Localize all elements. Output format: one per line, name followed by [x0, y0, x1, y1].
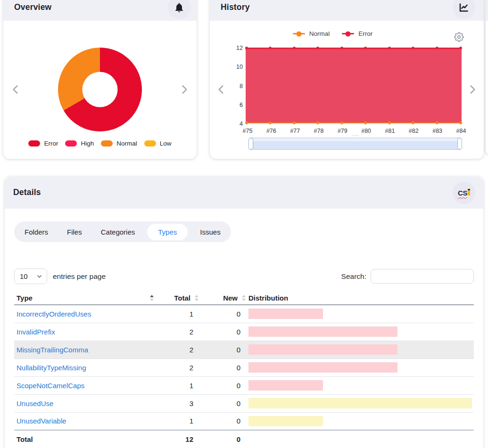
- tab-types[interactable]: Types: [147, 224, 188, 240]
- cell-distribution: [248, 394, 474, 412]
- cell-type: UnusedUse: [14, 394, 156, 412]
- legend-item-low[interactable]: Low: [144, 140, 172, 147]
- notifications-button[interactable]: [168, 0, 190, 19]
- error-data-point: [412, 47, 414, 49]
- tab-folders[interactable]: Folders: [25, 224, 48, 240]
- overview-next-button[interactable]: [178, 83, 190, 96]
- type-link[interactable]: InvalidPrefix: [17, 328, 55, 336]
- distribution-bar: [248, 416, 323, 426]
- type-link[interactable]: ScopeNotCamelCaps: [17, 382, 84, 390]
- cell-total: 1: [156, 305, 200, 323]
- column-header-new[interactable]: New: [200, 291, 248, 305]
- type-link[interactable]: MissingTrailingComma: [17, 346, 88, 354]
- history-legend-item-error[interactable]: Error: [342, 30, 372, 37]
- legend-item-normal[interactable]: Normal: [101, 140, 137, 147]
- table-row: UnusedUse30: [14, 394, 474, 412]
- column-header-type[interactable]: Type: [14, 291, 156, 305]
- cs-logo-text: CS: [458, 189, 470, 197]
- cell-new: 0: [200, 305, 248, 323]
- table-row: InvalidPrefix20: [14, 323, 474, 341]
- overview-title: Overview: [14, 2, 51, 12]
- cell-distribution: [248, 358, 474, 376]
- error-data-point: [364, 47, 367, 49]
- footer-new: 0: [200, 430, 248, 448]
- legend-marker-normal: [293, 33, 305, 34]
- error-data-point: [388, 47, 391, 49]
- cell-total: 2: [156, 358, 200, 376]
- history-next-button[interactable]: [466, 83, 479, 96]
- x-tick-label: #82: [409, 128, 419, 134]
- history-chart-button[interactable]: [453, 0, 475, 19]
- search-input[interactable]: [371, 269, 474, 284]
- legend-item-error[interactable]: Error: [28, 140, 58, 147]
- legend-swatch-low: [144, 140, 156, 147]
- cell-type: NullabilityTypeMissing: [14, 358, 156, 376]
- normal-data-point: [340, 122, 343, 124]
- error-data-point: [340, 47, 343, 49]
- x-tick-label: #83: [432, 128, 442, 134]
- x-tick-label: #75: [243, 128, 253, 134]
- y-tick-label: 12: [236, 45, 243, 51]
- donut-hole: [83, 72, 118, 107]
- cell-total: 2: [156, 341, 200, 358]
- type-link[interactable]: NullabilityTypeMissing: [17, 364, 86, 372]
- overview-card-header: Overview: [3, 0, 197, 21]
- cell-distribution: [248, 341, 474, 358]
- search-label: Search:: [341, 272, 366, 281]
- history-area-chart[interactable]: [246, 48, 462, 124]
- chart-line-icon: [458, 2, 470, 13]
- normal-data-point: [245, 122, 248, 124]
- legend-label: Error: [44, 140, 58, 147]
- history-y-axis: 1210864: [210, 48, 244, 128]
- column-header-total[interactable]: Total: [156, 291, 200, 305]
- tab-issues[interactable]: Issues: [200, 224, 220, 240]
- overview-prev-button[interactable]: [9, 83, 22, 96]
- legend-item-high[interactable]: High: [65, 140, 94, 147]
- table-footer-row: Total 12 0: [14, 430, 474, 448]
- cell-total: 1: [156, 412, 200, 430]
- history-legend-item-normal[interactable]: Normal: [293, 30, 330, 37]
- type-link[interactable]: UnusedVariable: [17, 417, 66, 425]
- severity-donut-chart[interactable]: [58, 48, 142, 131]
- scrollbar-right-handle[interactable]: [457, 138, 462, 149]
- normal-data-point: [364, 122, 367, 124]
- page-size-select[interactable]: 10: [14, 269, 47, 284]
- type-link[interactable]: UnusedUse: [17, 399, 53, 407]
- error-data-point: [293, 47, 296, 49]
- legend-label: High: [81, 140, 94, 147]
- tab-files[interactable]: Files: [67, 224, 82, 240]
- type-link[interactable]: IncorrectlyOrderedUses: [17, 310, 91, 318]
- cell-total: 1: [156, 376, 200, 394]
- pencil-icon: [468, 189, 470, 195]
- normal-data-point: [316, 122, 319, 124]
- error-data-point: [269, 47, 272, 49]
- cell-distribution: [248, 412, 474, 430]
- cell-new: 0: [200, 323, 248, 341]
- column-header-distribution: Distribution: [248, 291, 474, 305]
- legend-label: Error: [358, 30, 372, 37]
- footer-total: 12: [156, 430, 200, 448]
- legend-marker-error: [342, 33, 354, 34]
- details-tabs: FoldersFilesCategoriesTypesIssues: [14, 221, 231, 242]
- normal-data-point: [388, 122, 391, 124]
- history-card-header: History: [210, 0, 484, 21]
- cell-type: ScopeNotCamelCaps: [14, 376, 156, 394]
- x-tick-label: #77: [290, 128, 300, 134]
- error-data-point: [459, 47, 462, 49]
- x-tick-label: #80: [361, 128, 371, 134]
- scrollbar-left-handle[interactable]: [248, 138, 253, 149]
- chart-range-scrollbar[interactable]: [249, 138, 462, 150]
- normal-data-point: [412, 122, 414, 124]
- chart-settings-button[interactable]: [454, 32, 464, 42]
- tab-categories[interactable]: Categories: [101, 224, 135, 240]
- cell-type: MissingTrailingComma: [14, 341, 156, 358]
- cell-new: 0: [200, 412, 248, 430]
- sort-icons-total: [195, 295, 199, 301]
- overview-card: Overview ErrorHighNormalLow: [3, 0, 197, 159]
- footer-label: Total: [14, 430, 156, 448]
- normal-series-line: [246, 122, 462, 124]
- page-size-value: 10: [20, 272, 28, 280]
- distribution-bar: [248, 380, 323, 391]
- bell-icon: [174, 2, 185, 13]
- x-tick-label: #79: [338, 128, 347, 134]
